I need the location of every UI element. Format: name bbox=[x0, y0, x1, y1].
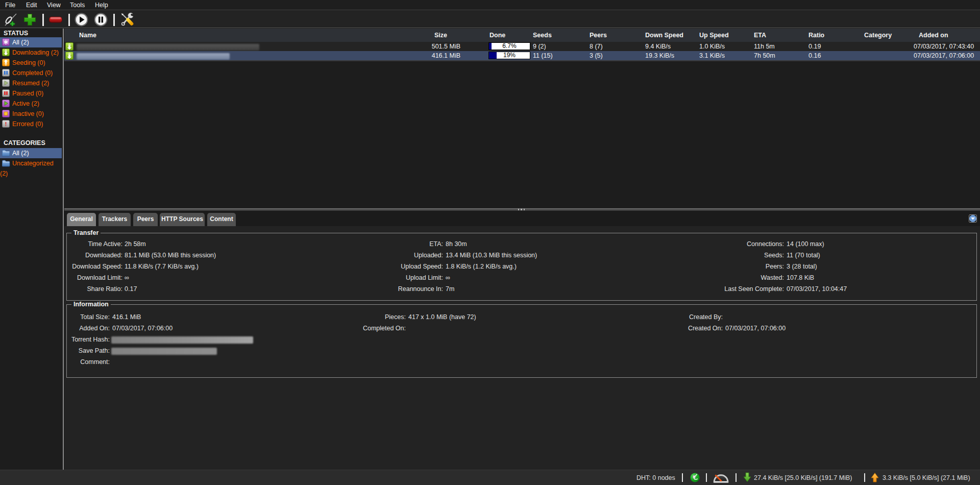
svg-text:!: ! bbox=[5, 121, 7, 127]
